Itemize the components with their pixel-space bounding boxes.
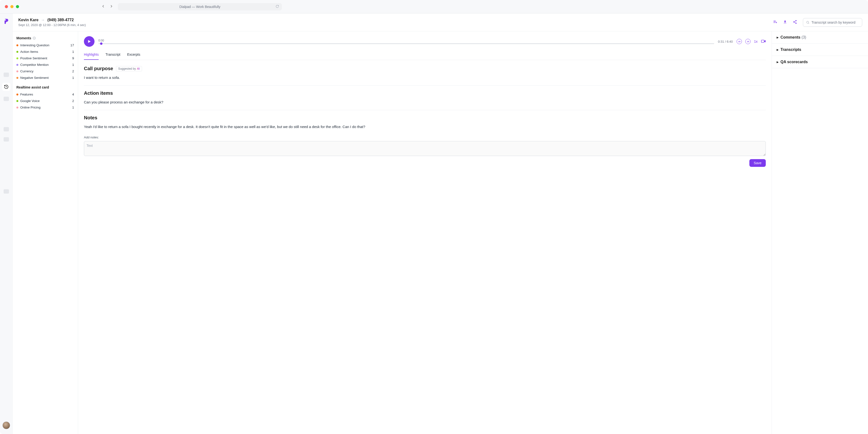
moment-count: 1 bbox=[72, 105, 74, 109]
download-icon[interactable] bbox=[783, 20, 787, 25]
skip-forward-button[interactable]: 15 bbox=[745, 39, 751, 44]
skip-back-button[interactable]: 15 bbox=[737, 39, 742, 44]
suggested-by-ai-badge: Suggested by Ai bbox=[116, 66, 142, 71]
tab-excerpts[interactable]: Excerpts bbox=[127, 53, 140, 60]
moment-count: 9 bbox=[72, 56, 74, 60]
action-items-heading: Action items bbox=[84, 90, 113, 96]
center-pane: 0:00 0:31 / 6:40 15 15 1x bbox=[78, 31, 772, 434]
nav-item-placeholder[interactable] bbox=[4, 127, 9, 131]
playlist-add-icon[interactable] bbox=[773, 20, 777, 25]
play-icon bbox=[87, 39, 91, 44]
svg-point-5 bbox=[796, 20, 797, 22]
transcripts-accordion[interactable]: ▶ Transcripts bbox=[772, 44, 868, 56]
forward-button[interactable] bbox=[109, 4, 114, 9]
user-avatar[interactable] bbox=[2, 422, 10, 429]
svg-point-8 bbox=[807, 21, 808, 23]
nav-item-placeholder[interactable] bbox=[4, 189, 9, 194]
moments-heading: Moments bbox=[17, 36, 31, 40]
moment-item[interactable]: Interesting Question17 bbox=[17, 43, 74, 47]
bullet-icon bbox=[17, 106, 18, 108]
moment-label: Online Pricing bbox=[20, 105, 40, 109]
moment-label: Negative Sentiment bbox=[20, 76, 49, 80]
chevron-right-icon: ▶ bbox=[777, 61, 779, 64]
progress-bar[interactable] bbox=[98, 43, 714, 44]
notes-text: Yeah I'd like to return a sofa I bought … bbox=[84, 124, 766, 130]
bullet-icon bbox=[17, 100, 18, 102]
assist-item[interactable]: Features4 bbox=[17, 93, 74, 96]
assist-item[interactable]: Google Voice2 bbox=[17, 99, 74, 103]
bullet-icon bbox=[17, 64, 18, 66]
play-button[interactable] bbox=[84, 36, 94, 47]
moment-item[interactable]: Action Items1 bbox=[17, 50, 74, 54]
svg-point-7 bbox=[796, 23, 797, 24]
comments-accordion[interactable]: ▶ Comments (3) bbox=[772, 31, 868, 44]
chevron-right-icon: ▶ bbox=[777, 36, 779, 39]
nav-rail bbox=[0, 13, 12, 434]
moment-count: 1 bbox=[72, 50, 74, 54]
qa-scorecards-accordion[interactable]: ▶ QA scorecards bbox=[772, 56, 868, 68]
dialpad-logo-icon[interactable] bbox=[3, 18, 9, 25]
bullet-icon bbox=[17, 77, 18, 79]
assist-item[interactable]: Online Pricing1 bbox=[17, 105, 74, 109]
title-bar: Dialpad — Work Beautifully bbox=[0, 0, 868, 13]
nav-item-placeholder[interactable] bbox=[4, 137, 9, 142]
info-icon[interactable] bbox=[33, 36, 36, 40]
moment-label: Action Items bbox=[20, 50, 38, 54]
video-icon[interactable] bbox=[761, 39, 766, 44]
moment-item[interactable]: Positive Sentiment9 bbox=[17, 56, 74, 60]
progress-thumb[interactable] bbox=[100, 42, 102, 45]
nav-item-history[interactable] bbox=[2, 83, 10, 91]
reload-icon[interactable] bbox=[276, 5, 279, 9]
call-purpose-heading: Call purpose bbox=[84, 66, 113, 71]
address-bar[interactable]: Dialpad — Work Beautifully bbox=[118, 3, 282, 10]
notes-textarea[interactable] bbox=[84, 141, 766, 156]
moment-item[interactable]: Negative Sentiment1 bbox=[17, 76, 74, 80]
page-title: Dialpad — Work Beautifully bbox=[179, 5, 220, 9]
share-icon[interactable] bbox=[793, 20, 797, 25]
elapsed-total-time: 0:31 / 6:40 bbox=[718, 40, 733, 43]
assist-heading: Realtime assist card bbox=[17, 85, 49, 89]
playback-speed[interactable]: 1x bbox=[754, 39, 757, 43]
moments-sidebar: Moments Interesting Question17Action Ite… bbox=[12, 31, 78, 434]
moment-item[interactable]: Competitor Mention1 bbox=[17, 63, 74, 66]
moment-count: 17 bbox=[70, 43, 74, 47]
add-notes-label: Add notes: bbox=[84, 135, 766, 139]
bullet-icon bbox=[17, 70, 18, 72]
tab-highlights[interactable]: Highlights bbox=[84, 53, 99, 60]
tab-transcript[interactable]: Transcript bbox=[105, 53, 120, 60]
moment-label: Interesting Question bbox=[20, 43, 50, 47]
nav-item-placeholder[interactable] bbox=[4, 72, 9, 77]
audio-player: 0:00 0:31 / 6:40 15 15 1x bbox=[84, 36, 766, 47]
window-close-button[interactable] bbox=[5, 5, 8, 8]
caller-name: Kevin Kare bbox=[18, 18, 38, 22]
bullet-icon bbox=[17, 51, 18, 53]
nav-item-placeholder[interactable] bbox=[4, 97, 9, 101]
notes-heading: Notes bbox=[84, 115, 97, 121]
bullet-icon bbox=[17, 44, 18, 46]
window-minimize-button[interactable] bbox=[10, 5, 13, 8]
call-purpose-text: I want to return a sofa. bbox=[84, 75, 766, 81]
moment-label: Google Voice bbox=[20, 99, 39, 103]
content-tabs: HighlightsTranscriptExcerpts bbox=[84, 53, 766, 60]
search-icon bbox=[806, 21, 809, 24]
svg-rect-14 bbox=[762, 40, 764, 42]
window-fullscreen-button[interactable] bbox=[16, 5, 19, 8]
search-input[interactable] bbox=[811, 21, 859, 24]
moment-count: 1 bbox=[72, 63, 74, 66]
save-button[interactable]: Save bbox=[749, 159, 766, 167]
moment-count: 2 bbox=[72, 69, 74, 73]
current-time: 0:00 bbox=[98, 39, 714, 42]
moment-label: Currency bbox=[20, 69, 33, 73]
back-button[interactable] bbox=[101, 4, 105, 9]
transcript-search[interactable] bbox=[803, 18, 862, 27]
recipient-number: (949) 389-4772 bbox=[48, 18, 74, 22]
moment-label: Positive Sentiment bbox=[20, 56, 47, 60]
bullet-icon bbox=[17, 94, 18, 95]
moment-count: 2 bbox=[72, 99, 74, 103]
svg-line-9 bbox=[808, 23, 809, 24]
moment-item[interactable]: Currency2 bbox=[17, 69, 74, 73]
svg-marker-13 bbox=[88, 40, 91, 43]
history-icon bbox=[4, 84, 9, 89]
arrow-right-icon: → bbox=[41, 18, 45, 22]
moment-label: Features bbox=[20, 93, 33, 96]
